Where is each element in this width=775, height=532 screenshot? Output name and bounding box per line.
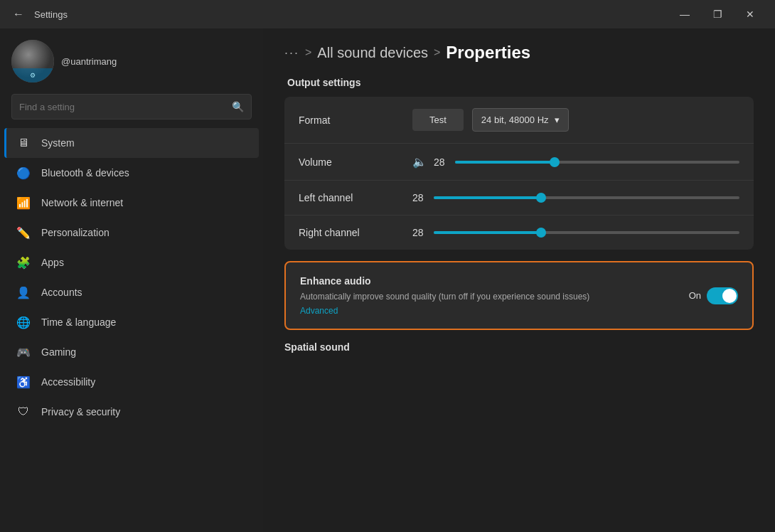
sidebar-item-gaming-label: Gaming — [41, 346, 76, 358]
right-channel-row: Right channel 28 — [284, 216, 754, 250]
left-channel-value: 28 — [412, 192, 427, 203]
avatar-overlay: ⚙ — [11, 68, 54, 83]
sidebar-item-network[interactable]: 📶 Network & internet — [4, 188, 259, 218]
right-channel-slider-thumb[interactable] — [536, 228, 546, 238]
format-label: Format — [299, 115, 412, 126]
profile-name: @uantrimang — [61, 56, 117, 67]
right-channel-label: Right channel — [299, 227, 412, 238]
breadcrumb-sep-2: > — [434, 46, 440, 59]
enhance-audio-title: Enhance audio — [300, 275, 678, 287]
breadcrumb-current: Properties — [446, 43, 530, 63]
back-icon[interactable]: ← — [9, 4, 28, 24]
enhance-audio-toggle-container: On — [689, 287, 738, 304]
sidebar: ⚙ @uantrimang 🔍 🖥 System 🔵 Bluetooth & d… — [0, 28, 263, 532]
sidebar-item-system-label: System — [41, 137, 75, 149]
left-channel-label: Left channel — [299, 192, 412, 203]
sidebar-item-bluetooth-label: Bluetooth & devices — [41, 167, 129, 179]
sidebar-item-privacy-label: Privacy & security — [41, 406, 120, 417]
close-button[interactable]: ✕ — [734, 3, 766, 26]
volume-value: 28 — [434, 156, 448, 168]
output-settings-card: Format Test 24 bit, 48000 Hz ▾ Volume — [284, 97, 754, 250]
content-area: ⚙ @uantrimang 🔍 🖥 System 🔵 Bluetooth & d… — [0, 28, 775, 532]
left-channel-slider-track[interactable] — [434, 196, 739, 199]
enhance-audio-toggle-label: On — [689, 290, 701, 301]
accessibility-icon: ♿ — [16, 374, 31, 390]
sidebar-item-accessibility[interactable]: ♿ Accessibility — [4, 367, 259, 397]
enhance-audio-description: Automatically improve sound quality (tur… — [300, 292, 589, 302]
left-channel-slider-group: 28 — [412, 192, 739, 203]
time-icon: 🌐 — [16, 314, 31, 330]
enhance-audio-text: Enhance audio Automatically improve soun… — [300, 275, 678, 316]
volume-slider-thumb[interactable] — [550, 157, 560, 167]
personalization-icon: ✏️ — [16, 225, 31, 240]
accounts-icon: 👤 — [16, 284, 31, 300]
sidebar-item-apps-label: Apps — [41, 257, 64, 268]
restore-button[interactable]: ❐ — [701, 3, 734, 26]
right-channel-value: 28 — [412, 227, 427, 238]
output-settings-title: Output settings — [284, 77, 754, 88]
sidebar-item-personalization[interactable]: ✏️ Personalization — [4, 218, 259, 248]
sidebar-item-gaming[interactable]: 🎮 Gaming — [4, 337, 259, 367]
format-controls: Test 24 bit, 48000 Hz ▾ — [412, 108, 739, 132]
right-channel-slider-group: 28 — [412, 227, 739, 238]
avatar: ⚙ — [11, 40, 54, 83]
sidebar-item-privacy[interactable]: 🛡 Privacy & security — [4, 397, 259, 427]
sidebar-item-personalization-label: Personalization — [41, 227, 109, 238]
search-icon: 🔍 — [232, 101, 244, 112]
sidebar-item-network-label: Network & internet — [41, 197, 123, 208]
title-bar: ← Settings — ❐ ✕ — [0, 0, 775, 28]
profile-section: ⚙ @uantrimang — [0, 28, 263, 88]
window-controls: — ❐ ✕ — [668, 3, 766, 26]
right-channel-slider-fill — [434, 231, 541, 234]
sidebar-item-system[interactable]: 🖥 System — [4, 128, 259, 158]
volume-label: Volume — [299, 156, 412, 168]
sidebar-item-accounts-label: Accounts — [41, 287, 82, 298]
dropdown-chevron-icon: ▾ — [555, 115, 560, 125]
format-value: 24 bit, 48000 Hz — [481, 115, 549, 125]
system-icon: 🖥 — [16, 135, 31, 151]
enhance-audio-advanced-link[interactable]: Advanced — [300, 306, 678, 316]
right-channel-controls: 28 — [412, 227, 739, 238]
search-box[interactable]: 🔍 — [11, 94, 252, 119]
sidebar-item-bluetooth[interactable]: 🔵 Bluetooth & devices — [4, 158, 259, 188]
left-channel-slider-fill — [434, 196, 541, 199]
spatial-sound-title: Spatial sound — [284, 341, 754, 353]
toggle-knob — [722, 289, 737, 303]
main-content: ··· > All sound devices > Properties Out… — [263, 28, 775, 532]
search-input[interactable] — [19, 102, 232, 112]
sidebar-item-accessibility-label: Accessibility — [41, 376, 95, 388]
gaming-icon: 🎮 — [16, 344, 31, 360]
breadcrumb-dots[interactable]: ··· — [284, 46, 299, 60]
sidebar-item-time[interactable]: 🌐 Time & language — [4, 307, 259, 337]
window-title: Settings — [34, 9, 68, 20]
sidebar-item-accounts[interactable]: 👤 Accounts — [4, 277, 259, 307]
breadcrumb-link[interactable]: All sound devices — [317, 45, 428, 61]
volume-icon: 🔈 — [412, 155, 427, 169]
sidebar-item-apps[interactable]: 🧩 Apps — [4, 248, 259, 277]
format-dropdown[interactable]: 24 bit, 48000 Hz ▾ — [472, 108, 569, 132]
right-channel-slider-track[interactable] — [434, 231, 739, 234]
volume-slider-group: 🔈 28 — [412, 155, 739, 169]
left-channel-row: Left channel 28 — [284, 181, 754, 216]
left-channel-slider-thumb[interactable] — [536, 193, 546, 203]
settings-window: ← Settings — ❐ ✕ ⚙ @uantrimang 🔍 — [0, 0, 775, 532]
network-icon: 📶 — [16, 195, 31, 211]
privacy-icon: 🛡 — [16, 404, 31, 420]
enhance-audio-card: Enhance audio Automatically improve soun… — [284, 261, 754, 330]
bluetooth-icon: 🔵 — [16, 165, 31, 181]
left-channel-controls: 28 — [412, 192, 739, 203]
volume-slider-track[interactable] — [455, 161, 739, 164]
volume-controls: 🔈 28 — [412, 155, 739, 169]
format-row: Format Test 24 bit, 48000 Hz ▾ — [284, 97, 754, 144]
volume-slider-fill — [455, 161, 555, 164]
volume-row: Volume 🔈 28 — [284, 144, 754, 181]
breadcrumb-sep-1: > — [305, 46, 311, 59]
sidebar-item-time-label: Time & language — [41, 316, 116, 328]
minimize-button[interactable]: — — [668, 3, 701, 26]
apps-icon: 🧩 — [16, 255, 31, 270]
breadcrumb: ··· > All sound devices > Properties — [284, 43, 754, 63]
enhance-audio-toggle[interactable] — [707, 287, 738, 304]
test-button[interactable]: Test — [412, 109, 464, 131]
